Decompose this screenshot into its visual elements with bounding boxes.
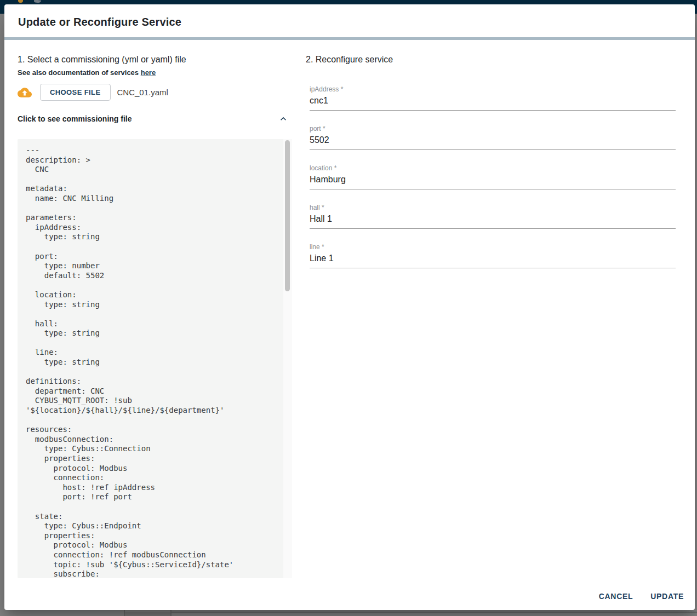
update-service-dialog: Update or Reconfigure Service 1. Select …: [4, 4, 695, 610]
cancel-button[interactable]: CANCEL: [595, 590, 638, 603]
file-upload-row: CHOOSE FILE CNC_01.yaml: [18, 84, 292, 101]
field-ipaddress: ipAddress *: [310, 85, 676, 111]
commissioning-file-toggle[interactable]: Click to see commissioning file: [18, 113, 292, 124]
field-ipaddress-underline: [310, 95, 676, 111]
port-input[interactable]: [310, 135, 676, 146]
app-logo-fragment: [18, 0, 23, 3]
dialog-title: Update or Reconfigure Service: [18, 15, 681, 28]
file-select-section-title: 1. Select a commissioning (yml or yaml) …: [18, 54, 292, 65]
choose-file-button[interactable]: CHOOSE FILE: [40, 84, 111, 101]
documentation-hint-text: See also documentation of services: [18, 68, 139, 77]
yaml-code-content: --- description: > CNC metadata: name: C…: [18, 139, 292, 578]
field-hall: hall *: [310, 204, 676, 229]
dialog-header: Update or Reconfigure Service: [4, 4, 695, 37]
file-select-section: 1. Select a commissioning (yml or yaml) …: [18, 54, 292, 578]
field-location-label: location *: [310, 164, 676, 172]
app-logo-fragment: [34, 0, 41, 3]
field-port: port *: [310, 125, 676, 150]
ipaddress-input[interactable]: [310, 95, 676, 106]
commissioning-file-toggle-label: Click to see commissioning file: [18, 114, 132, 124]
parameter-fields: ipAddress * port * location *: [310, 85, 676, 268]
field-ipaddress-label: ipAddress *: [310, 85, 676, 94]
field-port-underline: [310, 135, 676, 150]
reconfigure-section: 2. Reconfigure service ipAddress * port …: [306, 54, 682, 578]
cloud-upload-icon: [18, 85, 32, 100]
field-line: line *: [310, 243, 676, 268]
field-hall-label: hall *: [310, 204, 676, 212]
update-button[interactable]: UPDATE: [646, 590, 688, 603]
field-location-underline: [310, 174, 676, 189]
documentation-hint: See also documentation of services here: [18, 68, 292, 77]
dialog-body: 1. Select a commissioning (yml or yaml) …: [4, 40, 695, 578]
field-line-label: line *: [310, 243, 676, 251]
field-port-label: port *: [310, 125, 676, 133]
location-input[interactable]: [310, 174, 676, 185]
background-table-line: [172, 612, 697, 613]
field-hall-underline: [310, 214, 676, 229]
dialog-actions: CANCEL UPDATE: [595, 590, 688, 603]
line-input[interactable]: [310, 253, 676, 264]
field-line-underline: [310, 253, 676, 268]
code-scrollbar-thumb[interactable]: [285, 140, 290, 291]
hall-input[interactable]: [310, 214, 676, 224]
background-table-cell: [125, 612, 170, 616]
selected-file-name: CNC_01.yaml: [117, 88, 168, 97]
background-table-line: [170, 610, 172, 616]
reconfigure-section-title: 2. Reconfigure service: [306, 54, 682, 65]
commissioning-file-preview: --- description: > CNC metadata: name: C…: [18, 139, 292, 578]
documentation-link[interactable]: here: [141, 68, 156, 77]
field-location: location *: [310, 164, 676, 189]
chevron-up-icon[interactable]: [278, 113, 289, 124]
code-scrollbar-track[interactable]: [283, 139, 292, 578]
